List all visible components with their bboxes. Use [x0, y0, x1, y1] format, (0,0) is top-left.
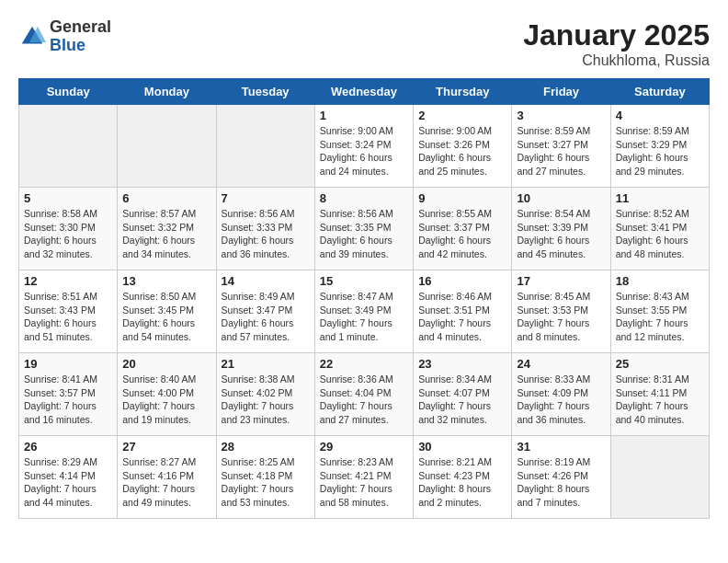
calendar-cell	[118, 105, 216, 188]
day-number: 27	[122, 440, 210, 454]
day-number: 3	[517, 109, 605, 122]
day-number: 17	[517, 274, 605, 288]
cell-content: Sunrise: 8:54 AMSunset: 3:39 PMDaylight:…	[517, 207, 605, 261]
day-number: 23	[418, 357, 506, 371]
calendar-cell: 14Sunrise: 8:49 AMSunset: 3:47 PMDayligh…	[216, 270, 314, 353]
calendar-cell: 23Sunrise: 8:34 AMSunset: 4:07 PMDayligh…	[414, 353, 512, 436]
cell-content: Sunrise: 8:19 AMSunset: 4:26 PMDaylight:…	[517, 455, 605, 510]
calendar-cell: 30Sunrise: 8:21 AMSunset: 4:23 PMDayligh…	[414, 436, 512, 519]
calendar-cell: 11Sunrise: 8:52 AMSunset: 3:41 PMDayligh…	[610, 188, 709, 270]
cell-content: Sunrise: 8:21 AMSunset: 4:23 PMDaylight:…	[418, 455, 506, 510]
day-number: 8	[320, 191, 408, 205]
calendar-cell: 29Sunrise: 8:23 AMSunset: 4:21 PMDayligh…	[314, 436, 413, 519]
calendar-cell: 22Sunrise: 8:36 AMSunset: 4:04 PMDayligh…	[314, 353, 413, 436]
calendar-cell: 3Sunrise: 8:59 AMSunset: 3:27 PMDaylight…	[512, 105, 610, 188]
day-number: 19	[24, 357, 112, 371]
cell-content: Sunrise: 8:50 AMSunset: 3:45 PMDaylight:…	[122, 290, 210, 344]
cell-content: Sunrise: 8:27 AMSunset: 4:16 PMDaylight:…	[122, 455, 210, 510]
calendar-cell: 12Sunrise: 8:51 AMSunset: 3:43 PMDayligh…	[19, 270, 118, 353]
cell-content: Sunrise: 8:36 AMSunset: 4:04 PMDaylight:…	[320, 373, 408, 427]
cell-content: Sunrise: 8:40 AMSunset: 4:00 PMDaylight:…	[122, 373, 210, 427]
day-number: 28	[222, 440, 310, 454]
calendar-week-row: 12Sunrise: 8:51 AMSunset: 3:43 PMDayligh…	[19, 270, 710, 353]
cell-content: Sunrise: 8:23 AMSunset: 4:21 PMDaylight:…	[320, 455, 408, 510]
cell-content: Sunrise: 8:31 AMSunset: 4:11 PMDaylight:…	[616, 373, 704, 427]
calendar-cell	[610, 436, 709, 519]
logo-text: General Blue	[50, 18, 111, 55]
cell-content: Sunrise: 8:56 AMSunset: 3:33 PMDaylight:…	[222, 207, 310, 261]
cell-content: Sunrise: 8:38 AMSunset: 4:02 PMDaylight:…	[222, 373, 310, 427]
logo: General Blue	[18, 18, 111, 55]
page-header: General Blue January 2025 Chukhloma, Rus…	[18, 18, 710, 69]
day-number: 25	[616, 357, 704, 371]
weekday-header: Sunday	[19, 79, 118, 105]
weekday-header: Monday	[118, 79, 216, 105]
cell-content: Sunrise: 8:25 AMSunset: 4:18 PMDaylight:…	[222, 455, 310, 510]
day-number: 9	[418, 191, 506, 205]
day-number: 2	[418, 109, 506, 122]
cell-content: Sunrise: 8:46 AMSunset: 3:51 PMDaylight:…	[418, 290, 506, 344]
logo-blue: Blue	[50, 37, 111, 55]
calendar-cell: 19Sunrise: 8:41 AMSunset: 3:57 PMDayligh…	[19, 353, 118, 436]
month-title: January 2025	[523, 18, 710, 52]
cell-content: Sunrise: 9:00 AMSunset: 3:24 PMDaylight:…	[320, 124, 408, 178]
calendar-cell: 25Sunrise: 8:31 AMSunset: 4:11 PMDayligh…	[610, 353, 709, 436]
day-number: 4	[616, 109, 704, 122]
weekday-header: Thursday	[414, 79, 512, 105]
calendar-cell: 9Sunrise: 8:55 AMSunset: 3:37 PMDaylight…	[414, 188, 512, 270]
cell-content: Sunrise: 8:55 AMSunset: 3:37 PMDaylight:…	[418, 207, 506, 261]
day-number: 11	[616, 191, 704, 205]
cell-content: Sunrise: 8:57 AMSunset: 3:32 PMDaylight:…	[122, 207, 210, 261]
cell-content: Sunrise: 8:56 AMSunset: 3:35 PMDaylight:…	[320, 207, 408, 261]
day-number: 5	[24, 191, 112, 205]
calendar-cell: 18Sunrise: 8:43 AMSunset: 3:55 PMDayligh…	[610, 270, 709, 353]
calendar-cell: 24Sunrise: 8:33 AMSunset: 4:09 PMDayligh…	[512, 353, 610, 436]
day-number: 6	[122, 191, 210, 205]
calendar-cell	[216, 105, 314, 188]
calendar-cell: 20Sunrise: 8:40 AMSunset: 4:00 PMDayligh…	[118, 353, 216, 436]
calendar-cell: 5Sunrise: 8:58 AMSunset: 3:30 PMDaylight…	[19, 188, 118, 270]
cell-content: Sunrise: 8:59 AMSunset: 3:27 PMDaylight:…	[517, 124, 605, 178]
calendar-cell: 27Sunrise: 8:27 AMSunset: 4:16 PMDayligh…	[118, 436, 216, 519]
day-number: 26	[24, 440, 112, 454]
weekday-header: Wednesday	[314, 79, 413, 105]
calendar-cell: 16Sunrise: 8:46 AMSunset: 3:51 PMDayligh…	[414, 270, 512, 353]
cell-content: Sunrise: 9:00 AMSunset: 3:26 PMDaylight:…	[418, 124, 506, 178]
cell-content: Sunrise: 8:41 AMSunset: 3:57 PMDaylight:…	[24, 373, 112, 427]
cell-content: Sunrise: 8:51 AMSunset: 3:43 PMDaylight:…	[24, 290, 112, 344]
cell-content: Sunrise: 8:43 AMSunset: 3:55 PMDaylight:…	[616, 290, 704, 344]
day-number: 14	[222, 274, 310, 288]
calendar-cell: 21Sunrise: 8:38 AMSunset: 4:02 PMDayligh…	[216, 353, 314, 436]
day-number: 12	[24, 274, 112, 288]
cell-content: Sunrise: 8:33 AMSunset: 4:09 PMDaylight:…	[517, 373, 605, 427]
day-number: 15	[320, 274, 408, 288]
calendar-cell: 31Sunrise: 8:19 AMSunset: 4:26 PMDayligh…	[512, 436, 610, 519]
day-number: 10	[517, 191, 605, 205]
day-number: 16	[418, 274, 506, 288]
day-number: 21	[222, 357, 310, 371]
logo-icon	[18, 23, 46, 51]
day-number: 31	[517, 440, 605, 454]
cell-content: Sunrise: 8:52 AMSunset: 3:41 PMDaylight:…	[616, 207, 704, 261]
cell-content: Sunrise: 8:45 AMSunset: 3:53 PMDaylight:…	[517, 290, 605, 344]
calendar-cell	[19, 105, 118, 188]
calendar-cell: 4Sunrise: 8:59 AMSunset: 3:29 PMDaylight…	[610, 105, 709, 188]
weekday-header: Tuesday	[216, 79, 314, 105]
weekday-header: Friday	[512, 79, 610, 105]
day-number: 1	[320, 109, 408, 122]
cell-content: Sunrise: 8:34 AMSunset: 4:07 PMDaylight:…	[418, 373, 506, 427]
calendar-cell: 2Sunrise: 9:00 AMSunset: 3:26 PMDaylight…	[414, 105, 512, 188]
calendar-cell: 26Sunrise: 8:29 AMSunset: 4:14 PMDayligh…	[19, 436, 118, 519]
calendar-cell: 1Sunrise: 9:00 AMSunset: 3:24 PMDaylight…	[314, 105, 413, 188]
calendar-week-row: 5Sunrise: 8:58 AMSunset: 3:30 PMDaylight…	[19, 188, 710, 270]
weekday-header: Saturday	[610, 79, 709, 105]
day-number: 30	[418, 440, 506, 454]
calendar-cell: 15Sunrise: 8:47 AMSunset: 3:49 PMDayligh…	[314, 270, 413, 353]
day-number: 18	[616, 274, 704, 288]
calendar-cell: 17Sunrise: 8:45 AMSunset: 3:53 PMDayligh…	[512, 270, 610, 353]
calendar-week-row: 19Sunrise: 8:41 AMSunset: 3:57 PMDayligh…	[19, 353, 710, 436]
calendar-cell: 28Sunrise: 8:25 AMSunset: 4:18 PMDayligh…	[216, 436, 314, 519]
cell-content: Sunrise: 8:29 AMSunset: 4:14 PMDaylight:…	[24, 455, 112, 510]
calendar-table: SundayMondayTuesdayWednesdayThursdayFrid…	[18, 78, 710, 519]
title-area: January 2025 Chukhloma, Russia	[523, 18, 710, 69]
